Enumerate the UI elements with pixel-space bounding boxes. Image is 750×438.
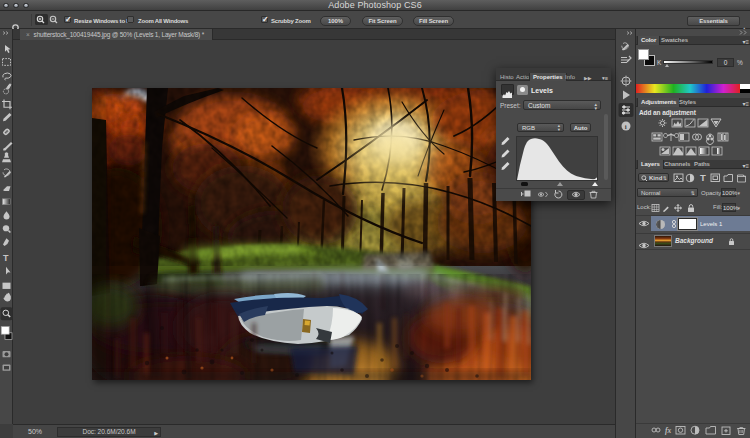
svg-text:T: T — [700, 173, 706, 183]
svg-text:fx: fx — [665, 426, 671, 435]
svg-text:i: i — [625, 123, 627, 131]
svg-text:T: T — [3, 254, 9, 264]
